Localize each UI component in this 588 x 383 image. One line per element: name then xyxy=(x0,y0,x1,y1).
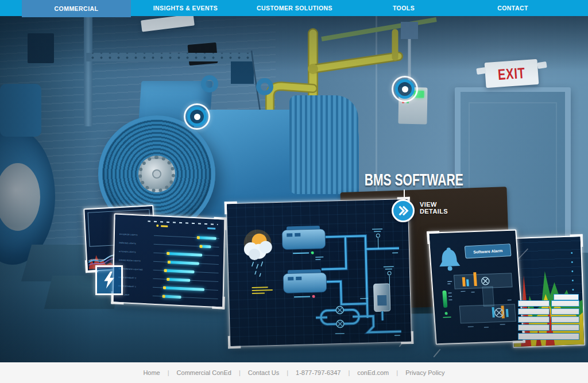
exit-sign: EXIT xyxy=(485,59,539,88)
hotspot-dot xyxy=(402,86,408,92)
energy-bar-value xyxy=(163,287,204,291)
footer-separator: | xyxy=(239,369,241,376)
footer-link-privacy-policy[interactable]: Privacy Policy xyxy=(405,369,444,376)
hotspot-ring xyxy=(187,107,207,126)
hero-scene: EXIT xyxy=(0,16,588,362)
energy-bar-value xyxy=(164,269,195,273)
hotspot-dot xyxy=(194,114,200,120)
dashboard-screen-alarm: Software Alarm xyxy=(428,230,524,345)
lightning-bolt-icon xyxy=(102,270,117,290)
software-alarm-button: Software Alarm xyxy=(465,243,512,258)
nav-tab-customer-solutions[interactable]: CUSTOMER SOLUTIONS xyxy=(240,0,349,16)
energy-bar-value xyxy=(167,252,203,257)
footer-link-1-877-797-6347[interactable]: 1-877-797-6347 xyxy=(296,369,341,376)
footer-separator: | xyxy=(168,369,169,376)
nav-tab-contact[interactable]: CONTACT xyxy=(458,0,567,16)
energy-bar-track xyxy=(154,242,219,249)
generator-fins xyxy=(289,95,358,194)
footer-link-commercial-coned[interactable]: Commercial ConEd xyxy=(177,369,231,376)
energy-bar-track xyxy=(153,251,219,258)
table-tab xyxy=(554,294,579,300)
table-cell xyxy=(518,300,550,307)
hotspot-generator[interactable] xyxy=(184,103,210,130)
legend-yellow xyxy=(161,225,168,227)
energy-bars-rows: EXTERIOR LIGHTSPARKING LIGHTSKITCHEN LIG… xyxy=(118,230,219,303)
legend-dot xyxy=(156,225,158,227)
table-cell xyxy=(551,300,579,307)
nav-tabs: COMMERCIALINSIGHTS & EVENTSCUSTOMER SOLU… xyxy=(22,0,567,17)
energy-marker[interactable] xyxy=(95,265,123,295)
energy-bar-track xyxy=(153,277,218,284)
energy-bar-label: PARKING LIGHTS xyxy=(119,241,154,245)
lifting-eye xyxy=(201,75,218,92)
pulley-shaft xyxy=(152,169,161,179)
energy-bar-label: DINING ROOM LIGHTS xyxy=(119,258,153,262)
energy-bar-label: HOOD EXHAUST 1 xyxy=(118,284,153,288)
left-machine-arm xyxy=(0,84,41,137)
exit-lamp-left xyxy=(476,67,486,75)
dashboard-screen-hvac-schematic xyxy=(226,199,412,347)
lifting-eye xyxy=(256,78,273,95)
table-cell xyxy=(518,324,550,331)
hvac-schematic-graphic xyxy=(227,199,411,346)
energy-bar-track xyxy=(153,268,219,275)
footer-link-home[interactable]: Home xyxy=(143,369,160,376)
exit-lamp-right xyxy=(537,61,547,69)
table-grid xyxy=(518,300,579,331)
bms-software-title: BMS SOFTWARE xyxy=(365,171,445,189)
table-cell xyxy=(551,324,579,331)
table-footer-row xyxy=(518,333,579,340)
table-cell xyxy=(551,308,579,315)
table-cell xyxy=(518,316,550,323)
energy-bar-track xyxy=(153,260,219,266)
footer-separator: | xyxy=(396,369,398,376)
energy-bar-track xyxy=(153,285,218,292)
footer-separator: | xyxy=(287,369,288,376)
energy-bar-track xyxy=(154,234,219,241)
dashboard-screen-energy-bars: EXTERIOR LIGHTSPARKING LIGHTSKITCHEN LIG… xyxy=(112,213,225,308)
data-table xyxy=(518,294,582,341)
nav-tab-tools[interactable]: TOOLS xyxy=(349,0,458,16)
view-details-line2: DETAILS xyxy=(420,208,448,215)
view-details-label[interactable]: VIEW DETAILS xyxy=(420,202,448,215)
energy-bar-value xyxy=(197,236,216,240)
energy-bar-label: EXTERIOR LIGHTS xyxy=(119,233,154,237)
energy-bar-label: HOOD EXHAUST 2 xyxy=(118,276,153,280)
exit-sign-text: EXIT xyxy=(497,64,526,83)
table-cell xyxy=(518,308,550,315)
nav-tab-commercial[interactable]: COMMERCIAL xyxy=(22,0,131,17)
table-cell xyxy=(551,316,579,323)
energy-bar-value xyxy=(167,278,190,282)
footer-link-contact-us[interactable]: Contact Us xyxy=(248,369,279,376)
nav-tab-insights-events[interactable]: INSIGHTS & EVENTS xyxy=(131,0,240,16)
legend-blue xyxy=(207,227,215,230)
double-chevron-right-icon xyxy=(397,204,409,217)
callout-connector-line xyxy=(404,189,405,200)
hotspot-wall-controller[interactable] xyxy=(392,76,418,102)
footer-links: Home|Commercial ConEd|Contact Us|1-877-7… xyxy=(136,369,452,376)
energy-bar-value xyxy=(168,261,199,265)
energy-bar-label: HEAT LAMP xyxy=(118,293,153,297)
energy-bar-label: KITCHEN LIGHTS xyxy=(119,250,153,254)
view-details-button[interactable] xyxy=(392,199,415,222)
footer: Home|Commercial ConEd|Contact Us|1-877-7… xyxy=(0,362,588,383)
energy-bar-label: CONFERENCE LIGHTING xyxy=(119,267,153,271)
energy-bar-track xyxy=(153,294,218,301)
top-nav: COMMERCIALINSIGHTS & EVENTSCUSTOMER SOLU… xyxy=(0,0,588,16)
footer-separator: | xyxy=(348,369,350,376)
footer-link-coned-com[interactable]: conEd.com xyxy=(357,369,389,376)
view-details-line1: VIEW xyxy=(420,202,448,208)
hotspot-ring xyxy=(395,79,415,99)
